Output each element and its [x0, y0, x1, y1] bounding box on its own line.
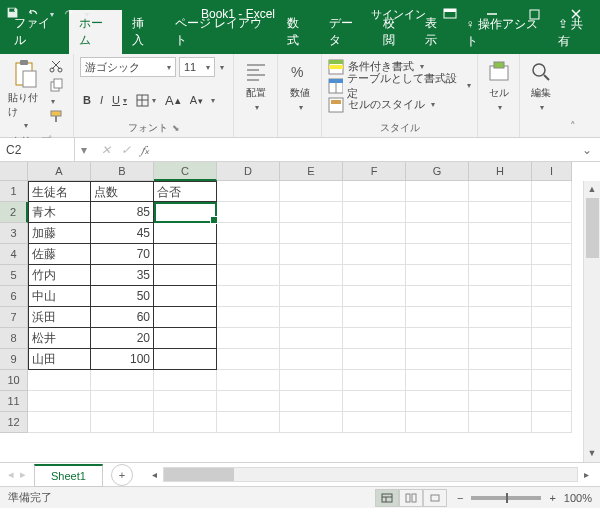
cell[interactable] [154, 286, 217, 307]
cell[interactable] [343, 223, 406, 244]
cell[interactable]: 70 [91, 244, 154, 265]
cell[interactable] [406, 223, 469, 244]
cell[interactable] [343, 286, 406, 307]
row-header[interactable]: 7 [0, 307, 28, 328]
cell[interactable]: 合否 [154, 181, 217, 202]
cell[interactable] [91, 391, 154, 412]
cell[interactable]: 点数 [91, 181, 154, 202]
cell[interactable] [343, 181, 406, 202]
cell[interactable]: 浜田 [28, 307, 91, 328]
redo-icon[interactable] [62, 6, 75, 22]
cut-icon[interactable] [49, 59, 67, 75]
cell[interactable] [280, 328, 343, 349]
cell[interactable] [217, 181, 280, 202]
font-size-more-icon[interactable]: ▾ [220, 63, 224, 72]
cell[interactable] [406, 328, 469, 349]
number-format-button[interactable]: % 数値▾ [284, 57, 315, 116]
column-header[interactable]: H [469, 162, 532, 181]
sheet-tab[interactable]: Sheet1 [34, 464, 103, 487]
cell[interactable] [28, 412, 91, 433]
cell[interactable]: 加藤 [28, 223, 91, 244]
tab-review[interactable]: 校閲 [373, 10, 415, 54]
zoom-out-icon[interactable]: − [457, 492, 463, 504]
cell[interactable] [469, 181, 532, 202]
cell[interactable] [154, 223, 217, 244]
tab-data[interactable]: データ [319, 10, 373, 54]
row-header[interactable]: 2 [0, 202, 28, 223]
cell[interactable] [532, 391, 572, 412]
cell[interactable] [469, 244, 532, 265]
copy-icon[interactable]: ▾ [49, 78, 67, 106]
font-name-combo[interactable]: 游ゴシック▾ [80, 57, 176, 77]
cell[interactable] [280, 181, 343, 202]
cell[interactable] [532, 265, 572, 286]
cell[interactable] [154, 307, 217, 328]
row-header[interactable]: 6 [0, 286, 28, 307]
cell[interactable] [343, 370, 406, 391]
row-header[interactable]: 12 [0, 412, 28, 433]
cell[interactable] [28, 370, 91, 391]
cell[interactable] [469, 391, 532, 412]
cell[interactable] [217, 307, 280, 328]
cell[interactable] [532, 202, 572, 223]
cell[interactable] [532, 370, 572, 391]
underline-button[interactable]: U▾ [109, 92, 130, 108]
cell[interactable]: 100 [91, 349, 154, 370]
cell[interactable] [469, 223, 532, 244]
cell[interactable] [91, 412, 154, 433]
cell[interactable] [280, 391, 343, 412]
cell[interactable] [406, 265, 469, 286]
row-header[interactable]: 1 [0, 181, 28, 202]
column-header[interactable]: D [217, 162, 280, 181]
border-button[interactable]: ▾ [133, 92, 159, 109]
cell[interactable]: 竹内 [28, 265, 91, 286]
cell[interactable] [280, 265, 343, 286]
font-size-combo[interactable]: 11▾ [179, 57, 215, 77]
namebox-expand-icon[interactable]: ▾ [75, 143, 93, 157]
collapse-ribbon-icon[interactable]: ˄ [562, 54, 584, 137]
cell[interactable] [343, 349, 406, 370]
decrease-font-icon[interactable]: A▾ [187, 92, 206, 108]
tab-file[interactable]: ファイル [4, 10, 69, 54]
cell[interactable] [217, 370, 280, 391]
cell[interactable] [154, 244, 217, 265]
row-header[interactable]: 10 [0, 370, 28, 391]
tab-view[interactable]: 表示 [415, 10, 457, 54]
cell[interactable] [469, 202, 532, 223]
bold-button[interactable]: B [80, 92, 94, 108]
column-header[interactable]: C [154, 162, 217, 181]
cell[interactable]: 中山 [28, 286, 91, 307]
cell[interactable] [154, 391, 217, 412]
cell[interactable]: 松井 [28, 328, 91, 349]
cell[interactable] [217, 223, 280, 244]
hscroll-thumb[interactable] [164, 468, 234, 481]
scroll-right-icon[interactable]: ▸ [578, 469, 594, 480]
view-normal-icon[interactable] [375, 489, 399, 507]
scroll-thumb[interactable] [586, 198, 599, 258]
increase-font-icon[interactable]: A▴ [162, 91, 184, 110]
row-header[interactable]: 8 [0, 328, 28, 349]
redo-dropdown-icon[interactable]: ▾ [85, 10, 89, 19]
cell[interactable]: 生徒名 [28, 181, 91, 202]
column-header[interactable]: G [406, 162, 469, 181]
cell[interactable] [217, 265, 280, 286]
cell[interactable]: 60 [91, 307, 154, 328]
tab-insert[interactable]: 挿入 [122, 10, 164, 54]
cell[interactable] [469, 412, 532, 433]
cell[interactable] [217, 391, 280, 412]
cell[interactable]: 山田 [28, 349, 91, 370]
format-as-table-button[interactable]: テーブルとして書式設定▾ [328, 76, 471, 95]
column-header[interactable]: E [280, 162, 343, 181]
cell[interactable] [406, 391, 469, 412]
cell[interactable] [154, 370, 217, 391]
cell[interactable] [280, 307, 343, 328]
font-launcher-icon[interactable]: ⬊ [172, 123, 180, 133]
cell[interactable] [343, 265, 406, 286]
cell[interactable]: 青木 [28, 202, 91, 223]
cell[interactable]: 50 [91, 286, 154, 307]
cell[interactable] [217, 202, 280, 223]
cell[interactable] [532, 328, 572, 349]
cell[interactable] [532, 412, 572, 433]
cell[interactable] [469, 307, 532, 328]
cell[interactable] [343, 244, 406, 265]
